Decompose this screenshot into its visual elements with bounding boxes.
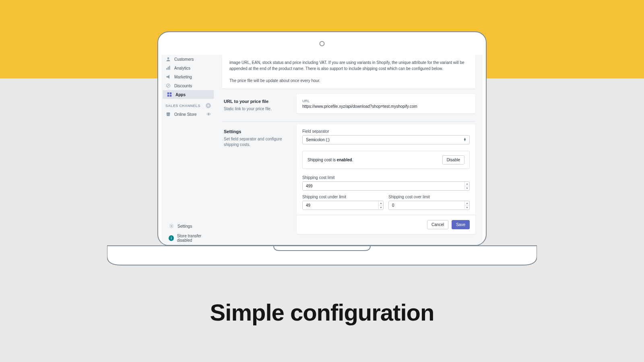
settings-link[interactable]: Settings <box>165 221 218 231</box>
shipping-status-text: Shipping cost is enabled. <box>308 158 353 162</box>
save-button[interactable]: Save <box>452 220 470 229</box>
sidebar-item-label: Apps <box>175 93 186 97</box>
intro-text: image URL, EAN, stock status and price i… <box>229 60 468 84</box>
url-section: URL to your price file Static link to yo… <box>222 94 475 119</box>
gear-icon <box>169 223 174 229</box>
over-label: Shipping cost over limit <box>388 195 470 199</box>
shipping-prefix: Shipping cost is <box>308 158 337 162</box>
bars-icon <box>165 65 171 71</box>
url-label: URL <box>302 99 470 103</box>
sidebar-item-label: Discounts <box>174 84 192 88</box>
laptop-base <box>107 245 537 266</box>
separator-select[interactable]: Semicolon (;) ▲▼ <box>302 135 470 144</box>
settings-desc: Set field separator and configure shippi… <box>224 136 297 148</box>
sidebar-item-marketing[interactable]: Marketing <box>161 72 215 81</box>
intro-line1: image URL, EAN, stock status and price i… <box>229 60 464 71</box>
svg-rect-6 <box>170 93 172 95</box>
svg-point-9 <box>171 226 172 227</box>
shipping-enabled: enabled <box>337 158 352 162</box>
sidebar-item-analytics[interactable]: Analytics <box>161 64 215 72</box>
settings-card: Field separator Semicolon (;) ▲▼ Shippin… <box>297 124 475 234</box>
limit-input[interactable] <box>302 181 470 191</box>
form-actions: Cancel Save <box>297 215 475 234</box>
laptop-screen: Customers Analytics Marketing Discounts … <box>157 31 487 246</box>
settings-section-header: Settings Set field separator and configu… <box>222 124 297 240</box>
sidebar-item-label: Customers <box>174 57 194 62</box>
laptop-mockup: Customers Analytics Marketing Discounts … <box>157 31 487 266</box>
sidebar-footer: Settings i Store transfer disabled <box>165 221 218 245</box>
discount-icon <box>165 83 171 88</box>
limit-label: Shipping cost limit <box>302 175 470 180</box>
sales-channels-label: SALES CHANNELS <box>165 104 200 108</box>
sidebar-item-apps[interactable]: Apps <box>163 90 214 99</box>
svg-point-0 <box>167 58 169 60</box>
over-input[interactable] <box>388 201 470 210</box>
svg-rect-2 <box>168 67 169 70</box>
divider <box>222 121 475 122</box>
eye-icon[interactable]: 👁 <box>206 112 211 117</box>
url-title: URL to your price file <box>224 99 297 104</box>
sidebar-item-label: Marketing <box>174 75 192 79</box>
settings-section: Settings Set field separator and configu… <box>222 124 475 240</box>
settings-title: Settings <box>224 129 297 134</box>
spinner-icon[interactable]: ▲▼ <box>464 201 469 210</box>
under-label: Shipping cost under limit <box>302 195 384 199</box>
url-section-header: URL to your price file Static link to yo… <box>222 94 297 119</box>
spinner-icon[interactable]: ▲▼ <box>378 201 383 210</box>
settings-label: Settings <box>178 224 192 228</box>
hero-caption: Simple configuration <box>0 299 644 326</box>
over-input-wrap: ▲▼ <box>388 201 470 210</box>
svg-rect-7 <box>167 95 169 97</box>
sidebar-item-label: Analytics <box>174 66 190 70</box>
camera-icon <box>320 41 325 46</box>
transfer-label: Store transfer disabled <box>177 234 214 243</box>
url-desc: Static link to your price file. <box>224 106 297 112</box>
under-input[interactable] <box>302 201 384 210</box>
apps-icon <box>167 92 172 97</box>
spinner-icon[interactable]: ▲▼ <box>464 182 469 190</box>
sidebar-item-label: Online Store <box>174 112 197 117</box>
svg-rect-5 <box>167 93 169 95</box>
url-value[interactable]: https://www.pricefile.xyz/api/download?s… <box>302 104 470 109</box>
disable-button[interactable]: Disable <box>442 155 464 165</box>
intro-line2: The price file will be update about once… <box>229 78 320 83</box>
app-window: Customers Analytics Marketing Discounts … <box>161 55 483 245</box>
store-transfer-status: i Store transfer disabled <box>165 231 218 245</box>
store-icon <box>165 111 171 117</box>
add-channel-button[interactable]: + <box>206 103 211 108</box>
separator-value: Semicolon (;) <box>302 135 470 144</box>
sidebar-item-customers[interactable]: Customers <box>161 55 215 64</box>
under-input-wrap: ▲▼ <box>302 201 384 210</box>
svg-rect-1 <box>167 68 167 70</box>
shipping-status-card: Shipping cost is enabled. Disable <box>302 151 470 169</box>
sidebar-item-discounts[interactable]: Discounts <box>161 81 215 90</box>
info-icon: i <box>169 235 174 241</box>
separator-label: Field separator <box>302 129 470 134</box>
sidebar: Customers Analytics Marketing Discounts … <box>161 55 215 245</box>
sales-channels-header: SALES CHANNELS + <box>161 99 215 110</box>
svg-rect-8 <box>170 95 172 97</box>
limit-input-wrap: ▲▼ <box>302 181 470 191</box>
person-icon <box>165 56 171 62</box>
sidebar-item-online-store[interactable]: Online Store 👁 <box>161 110 215 119</box>
svg-rect-3 <box>169 66 170 70</box>
main-content: image URL, EAN, stock status and price i… <box>215 55 483 245</box>
intro-card: image URL, EAN, stock status and price i… <box>222 55 475 88</box>
cancel-button[interactable]: Cancel <box>427 220 448 229</box>
url-card: URL https://www.pricefile.xyz/api/downlo… <box>297 94 475 113</box>
megaphone-icon <box>165 74 171 80</box>
